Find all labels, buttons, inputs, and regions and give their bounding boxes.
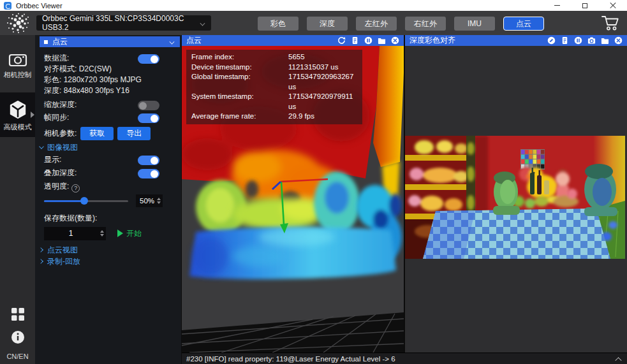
minimize-button[interactable] [543,0,571,11]
opacity-label: 透明度: [44,182,69,191]
play-icon [117,229,123,237]
section-record-playback[interactable]: 录制-回放 [39,256,175,267]
overlay-label: Device timestamp: [191,62,288,73]
stream-button-left-ir[interactable]: 左红外 [356,17,397,31]
start-label: 开始 [126,228,142,239]
overlay-value: 1715347920963267 us [288,72,357,92]
device-selector-value: Orbbec Gemini 335L SN:CP3S34D0003C USB3.… [42,14,200,32]
pause-icon[interactable] [364,36,373,45]
pointcloud-panel-header: 点云 [182,35,404,46]
sidebar-item-label: 高级模式 [4,122,32,132]
main-toolbar: Orbbec Gemini 335L SN:CP3S34D0003C USB3.… [0,11,627,35]
frame-sync-row: 帧同步: [44,112,175,125]
section-image-view[interactable]: 图像视图 [39,142,175,153]
window-close-icon [610,3,616,9]
show-toggle[interactable] [138,156,159,165]
info-icon[interactable] [10,330,26,345]
active-item-notch [31,112,34,118]
opacity-slider[interactable] [44,200,128,202]
save-count-input[interactable] [44,227,98,240]
window-title: Orbbec Viewer [16,2,63,10]
device-selector[interactable]: Orbbec Gemini 335L SN:CP3S34D0003C USB3.… [36,15,211,31]
save-data-label: 保存数据(数量): [44,213,175,224]
pointcloud-panel-title: 点云 [186,35,202,46]
aligned-viewport[interactable] [405,46,627,353]
pause-icon[interactable] [574,36,582,45]
orbbec-logo [5,13,32,34]
snapshot-icon[interactable] [587,36,596,45]
save-count-stepper[interactable] [100,230,104,237]
show-label: 显示: [44,155,61,164]
camera-icon [8,52,27,67]
titlebar: Orbbec Viewer [0,0,627,11]
export-params-button[interactable]: 导出 [117,127,151,140]
chevron-down-icon[interactable] [169,39,175,45]
stream-button-depth[interactable]: 深度 [307,17,348,31]
scale-depth-row: 缩放深度: [44,99,175,112]
aligned-panel-title: 深度彩色对齐 [409,35,455,46]
stream-button-right-ir[interactable]: 右红外 [405,17,446,31]
overlay-label: Frame index: [191,52,288,62]
chevron-right-icon [39,259,45,265]
cube-icon [8,100,27,119]
stream-button-color[interactable]: 彩色 [258,17,299,31]
aligned-panel-header: 深度彩色对齐 [405,35,627,46]
close-icon[interactable] [614,36,623,45]
color-profile-text: 彩色: 1280x720 30fps MJPG [44,75,175,85]
cart-icon[interactable] [600,15,621,32]
sidebar-item-advanced-mode[interactable]: 高级模式 [0,92,35,137]
overlay-value: 1715347920979911 us [288,92,357,112]
aligned-panel: 深度彩色对齐 [405,35,627,353]
frame-info-overlay: Frame index:5655 Device timestamp:112131… [186,50,362,124]
stream-toggle[interactable] [138,54,159,64]
opacity-stepper[interactable] [157,198,161,204]
frame-sync-toggle[interactable] [138,113,159,123]
save-icon[interactable] [378,36,386,45]
chevron-right-icon [39,247,45,253]
metadata-icon[interactable] [351,36,359,45]
depth-profile-text: 深度: 848x480 30fps Y16 [44,85,175,96]
grid-icon[interactable] [10,307,26,322]
section-label: 录制-回放 [47,256,80,267]
save-data-row: 开始 [44,225,175,242]
get-params-button[interactable]: 获取 [80,127,114,140]
reset-view-icon[interactable] [337,36,346,45]
section-pointcloud-view[interactable]: 点云视图 [39,244,175,256]
start-capture-button[interactable]: 开始 [117,228,142,239]
opacity-row: 透明度:? [44,180,175,193]
control-panel-header: 点云 [40,36,180,47]
stream-button-pointcloud[interactable]: 点云 [503,17,544,31]
maximize-icon [582,3,587,8]
chevron-up-icon[interactable] [615,356,623,362]
overlay-depth-toggle[interactable] [138,169,159,178]
sidebar-item-camera-control[interactable]: 相机控制 [0,44,35,85]
control-panel-title: 点云 [52,36,68,47]
status-text: #230 [INFO] read property: 119@Laser Ene… [186,355,395,363]
scale-depth-toggle[interactable] [138,101,159,110]
help-icon[interactable]: ? [71,184,80,193]
language-toggle[interactable]: CN/EN [6,353,28,360]
stream-button-imu[interactable]: IMU [454,17,495,31]
camera-params-row: 相机参数: 获取 导出 [44,125,175,142]
maximize-button[interactable] [571,0,599,11]
section-label: 点云视图 [47,244,78,256]
close-icon[interactable] [391,36,399,45]
close-button[interactable] [599,0,627,11]
overlay-value: 5655 [288,52,305,62]
chevron-down-icon [39,145,45,150]
pointcloud-viewport[interactable]: Frame index:5655 Device timestamp:112131… [182,46,404,353]
metadata-icon[interactable] [561,36,569,45]
pen-icon[interactable] [547,36,556,45]
pointcloud-panel: 点云 [182,35,404,353]
show-row: 显示: [44,153,175,166]
section-label: 图像视图 [47,142,78,153]
align-mode-text: 对齐模式: D2C(SW) [44,64,175,75]
opacity-value-box[interactable]: 50% [136,194,163,207]
frame-sync-label: 帧同步: [44,113,69,122]
overlay-depth-label: 叠加深度: [44,168,77,177]
save-icon[interactable] [601,36,609,45]
overlay-label: System timestamp: [191,92,288,112]
slider-thumb[interactable] [80,197,88,205]
bullet-icon [44,40,48,44]
overlay-label: Average frame rate: [191,112,288,122]
